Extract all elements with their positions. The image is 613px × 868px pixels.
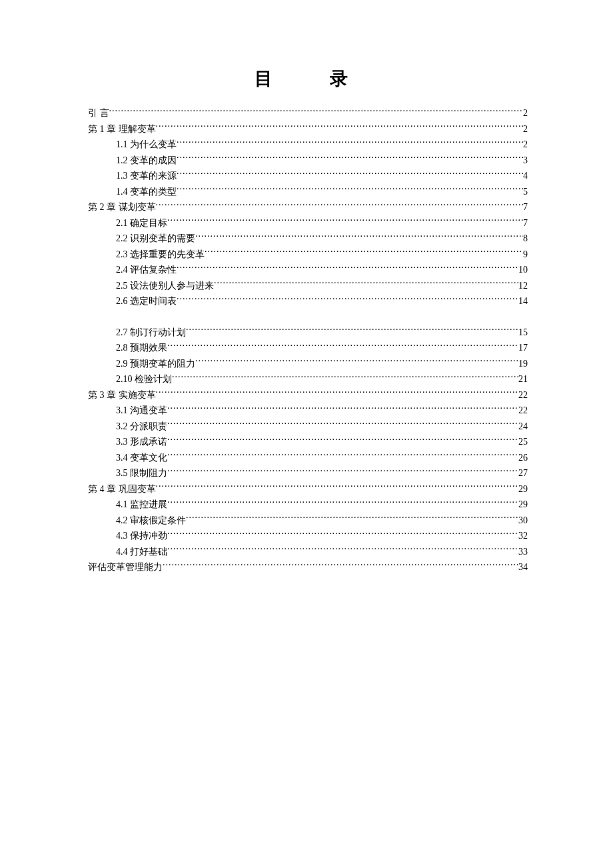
toc-entry-page: 12 [518,278,528,294]
toc-entry-page: 26 [518,450,528,466]
toc-body: 引 言2第 1 章 理解变革21.1 为什么变革21.2 变革的成因31.3 变… [88,105,528,575]
toc-entry: 3.2 分派职责24 [88,419,528,435]
toc-entry-page: 7 [523,199,528,215]
toc-entry: 3.4 变革文化26 [88,450,528,466]
toc-entry: 第 4 章 巩固变革29 [88,481,528,497]
toc-leader-dots [177,154,523,163]
toc-entry-label: 第 1 章 理解变革 [88,121,156,137]
toc-leader-dots [163,561,518,570]
toc-entry-label: 第 2 章 谋划变革 [88,199,156,215]
toc-entry-label: 引 言 [88,105,109,121]
toc-entry: 2.7 制订行动计划15 [88,325,528,341]
toc-entry-page: 2 [523,105,528,121]
toc-leader-dots [167,467,518,476]
toc-entry-label: 3.3 形成承诺 [116,434,167,450]
toc-leader-dots [177,185,523,195]
toc-leader-dots [167,498,518,507]
toc-entry-label: 4.3 保持冲劲 [116,528,167,544]
toc-entry-page: 33 [518,544,528,560]
toc-leader-dots [167,529,518,539]
toc-entry-page: 3 [523,153,528,169]
toc-entry: 第 2 章 谋划变革7 [88,199,528,215]
toc-entry-page: 2 [523,121,528,137]
toc-leader-dots [109,107,524,116]
toc-entry-label: 2.9 预期变革的阻力 [116,356,195,372]
toc-entry: 3.5 限制阻力27 [88,465,528,481]
toc-entry: 2.2 识别变革的需要8 [88,231,528,247]
toc-leader-dots [195,232,523,241]
toc-entry: 引 言2 [88,105,528,121]
toc-entry-page: 15 [518,325,528,341]
toc-leader-dots [177,263,518,273]
toc-entry-page: 32 [518,528,528,544]
toc-leader-dots [177,295,518,304]
toc-entry-label: 第 4 章 巩固变革 [88,481,156,497]
toc-entry-label: 1.3 变革的来源 [116,168,177,184]
toc-entry-label: 1.2 变革的成因 [116,153,177,169]
toc-entry-label: 2.4 评估复杂性 [116,262,177,278]
toc-entry: 2.9 预期变革的阻力19 [88,356,528,372]
toc-leader-dots [177,138,523,147]
toc-title: 目 录 [88,67,528,91]
toc-entry: 1.3 变革的来源4 [88,168,528,184]
toc-leader-dots [186,514,518,523]
toc-leader-dots [167,420,518,429]
toc-gap [88,309,528,325]
toc-entry: 第 3 章 实施变革22 [88,387,528,403]
toc-entry-label: 3.4 变革文化 [116,450,167,466]
toc-entry: 2.10 检验计划21 [88,371,528,387]
toc-entry-label: 4.4 打好基础 [116,544,167,560]
toc-leader-dots [186,326,518,335]
toc-entry-page: 25 [518,434,528,450]
toc-leader-dots [156,201,524,210]
toc-entry-page: 24 [518,419,528,435]
toc-entry-page: 10 [518,262,528,278]
toc-entry-page: 30 [518,513,528,529]
toc-entry: 3.3 形成承诺25 [88,434,528,450]
toc-entry: 1.4 变革的类型5 [88,184,528,200]
toc-entry-label: 1.1 为什么变革 [116,137,177,153]
toc-entry-label: 3.2 分派职责 [116,419,167,435]
toc-entry-label: 1.4 变革的类型 [116,184,177,200]
toc-entry: 2.4 评估复杂性10 [88,262,528,278]
toc-entry: 第 1 章 理解变革2 [88,121,528,137]
toc-entry-page: 19 [518,356,528,372]
toc-entry-label: 评估变革管理能力 [88,559,163,575]
toc-entry: 2.3 选择重要的先变革9 [88,247,528,263]
toc-entry-label: 3.5 限制阻力 [116,465,167,481]
toc-leader-dots [205,248,523,257]
toc-entry-page: 27 [518,465,528,481]
toc-entry: 1.2 变革的成因3 [88,153,528,169]
toc-entry-page: 29 [518,481,528,497]
toc-entry-label: 2.8 预期效果 [116,340,167,356]
toc-entry-label: 2.10 检验计划 [116,371,172,387]
toc-entry: 4.4 打好基础33 [88,544,528,560]
toc-leader-dots [167,341,518,351]
toc-leader-dots [195,357,518,367]
toc-entry-page: 14 [518,293,528,309]
toc-entry-page: 17 [518,340,528,356]
toc-leader-dots [214,279,518,289]
toc-leader-dots [167,451,518,461]
toc-leader-dots [156,483,519,492]
toc-leader-dots [156,389,519,398]
toc-entry-label: 2.6 选定时间表 [116,293,177,309]
toc-entry-page: 29 [518,497,528,513]
toc-leader-dots [172,373,518,382]
toc-entry-page: 34 [518,559,528,575]
toc-leader-dots [167,435,518,445]
toc-entry-label: 4.2 审核假定条件 [116,513,186,529]
toc-entry: 2.1 确定目标7 [88,215,528,231]
toc-entry-label: 2.5 设法使别人参与进来 [116,278,214,294]
toc-entry-page: 8 [523,231,528,247]
toc-entry-page: 21 [518,371,528,387]
toc-entry-label: 第 3 章 实施变革 [88,387,156,403]
toc-entry-label: 4.1 监控进展 [116,497,167,513]
toc-leader-dots [167,217,523,226]
toc-entry-page: 2 [523,137,528,153]
toc-entry: 2.8 预期效果17 [88,340,528,356]
toc-entry-label: 3.1 沟通变革 [116,403,167,419]
toc-entry: 2.5 设法使别人参与进来12 [88,278,528,294]
toc-entry-label: 2.2 识别变革的需要 [116,231,195,247]
toc-leader-dots [167,404,518,413]
